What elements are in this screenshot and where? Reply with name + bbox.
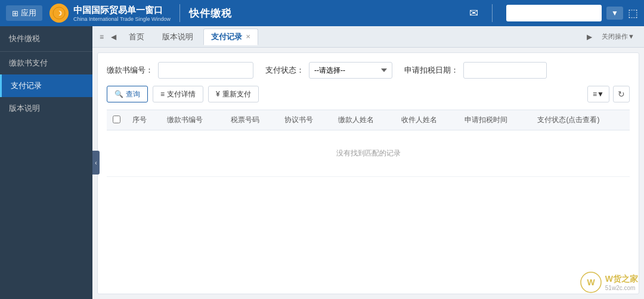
tab-records[interactable]: 支付记录 ✕ bbox=[203, 29, 258, 45]
repay-label: 重新支付 bbox=[222, 89, 251, 99]
logo-icon: ☽ bbox=[49, 4, 69, 23]
query-label: 查询 bbox=[126, 89, 140, 99]
repay-button[interactable]: ¥ 重新支付 bbox=[208, 86, 259, 102]
logout-icon[interactable]: ⬚ bbox=[628, 7, 638, 20]
detail-button[interactable]: ≡ 支付详情 bbox=[153, 86, 203, 102]
mail-icon[interactable]: ✉ bbox=[469, 7, 478, 20]
main-layout: 快件缴税 缴款书支付 支付记录 版本说明 ‹ ≡ ◀ 首页 版本说明 bbox=[0, 26, 644, 299]
refresh-button[interactable]: ↻ bbox=[613, 86, 630, 102]
table-header-row: 序号 缴款书编号 税票号码 协议书号 缴款人姓名 收件人姓名 申请扣税时间 支付… bbox=[107, 110, 630, 130]
sidebar-item-version[interactable]: 版本说明 bbox=[0, 97, 92, 120]
col-checkbox bbox=[107, 110, 126, 130]
tab-menu-button[interactable]: ≡ bbox=[97, 32, 106, 42]
action-buttons-left: 🔍 查询 ≡ 支付详情 ¥ 重新支付 bbox=[107, 86, 259, 102]
header-right: ✉ ▼ ⬚ bbox=[469, 4, 638, 22]
col-protocol-no: 协议书号 bbox=[278, 110, 332, 130]
table-empty-row: 没有找到匹配的记录 bbox=[107, 130, 630, 177]
col-apply-tax-time: 申请扣税时间 bbox=[459, 110, 531, 130]
user-dropdown-button[interactable]: ▼ bbox=[606, 7, 623, 20]
list-view-button[interactable]: ≡▼ bbox=[587, 86, 609, 102]
header: ⊞ 应用 ☽ 中国国际贸易单一窗口 China International Tr… bbox=[0, 0, 644, 26]
filter-row: 缴款书编号： 支付状态： --请选择-- 申请扣税日期： 2023-10 bbox=[107, 62, 630, 79]
detail-label: 支付详情 bbox=[167, 89, 196, 99]
logo-title-cn: 中国国际贸易单一窗口 bbox=[73, 5, 171, 16]
data-table: 序号 缴款书编号 税票号码 协议书号 缴款人姓名 收件人姓名 申请扣税时间 支付… bbox=[107, 110, 630, 177]
logo-title-en: China International Trade Single Window bbox=[73, 16, 171, 22]
sidebar-item-records[interactable]: 支付记录 bbox=[0, 74, 92, 97]
action-buttons-right: ≡▼ ↻ bbox=[587, 86, 630, 102]
sidebar-title: 快件缴税 bbox=[0, 26, 92, 52]
watermark-sub-text: 51w2c.com bbox=[605, 285, 638, 291]
tab-bar-right: ▶ 关闭操作▼ bbox=[584, 30, 639, 43]
content-area: ≡ ◀ 首页 版本说明 支付记录 ✕ ▶ 关闭操作▼ bbox=[92, 26, 644, 299]
detail-icon: ≡ bbox=[160, 90, 165, 98]
tab-prev-button[interactable]: ◀ bbox=[109, 32, 119, 42]
payment-status-filter: 支付状态： --请选择-- bbox=[265, 62, 392, 79]
payment-status-label: 支付状态： bbox=[265, 65, 304, 76]
tab-version-label: 版本说明 bbox=[162, 32, 193, 42]
tab-close-operations-button[interactable]: 关闭操作▼ bbox=[597, 30, 639, 43]
tab-home-label: 首页 bbox=[129, 32, 144, 42]
watermark-main-text: W货之家 bbox=[605, 274, 638, 285]
sidebar-item-version-label: 版本说明 bbox=[9, 103, 40, 114]
payment-status-select[interactable]: --请选择-- bbox=[309, 62, 392, 79]
empty-message: 没有找到匹配的记录 bbox=[107, 130, 630, 177]
sidebar-item-records-label: 支付记录 bbox=[11, 80, 42, 91]
watermark-logo-icon: W bbox=[580, 272, 602, 293]
svg-text:☽: ☽ bbox=[57, 10, 62, 17]
search-input[interactable] bbox=[506, 5, 602, 21]
tab-home[interactable]: 首页 bbox=[121, 29, 152, 45]
apps-button[interactable]: ⊞ 应用 bbox=[6, 5, 42, 21]
book-number-label: 缴款书编号： bbox=[107, 65, 153, 76]
watermark-text-area: W货之家 51w2c.com bbox=[605, 274, 638, 291]
tab-next-button[interactable]: ▶ bbox=[584, 32, 595, 42]
query-button[interactable]: 🔍 查询 bbox=[107, 86, 148, 102]
sidebar: 快件缴税 缴款书支付 支付记录 版本说明 ‹ bbox=[0, 26, 92, 299]
col-payer-name: 缴款人姓名 bbox=[332, 110, 395, 130]
col-pay-status: 支付状态(点击查看) bbox=[531, 110, 630, 130]
tab-bar: ≡ ◀ 首页 版本说明 支付记录 ✕ ▶ 关闭操作▼ bbox=[92, 26, 644, 48]
list-view-label: ≡▼ bbox=[593, 90, 604, 98]
tab-records-label: 支付记录 bbox=[211, 32, 242, 42]
apply-tax-date-input[interactable]: 2023-10 bbox=[463, 62, 547, 79]
logo-area: ☽ 中国国际贸易单一窗口 China International Trade S… bbox=[49, 4, 171, 23]
tab-bar-left: ≡ ◀ 首页 版本说明 支付记录 ✕ bbox=[97, 29, 258, 45]
sidebar-item-payment-label: 缴款书支付 bbox=[9, 58, 48, 68]
header-subtitle: 快件缴税 bbox=[189, 7, 232, 20]
tab-records-close-button[interactable]: ✕ bbox=[246, 33, 250, 40]
select-all-checkbox[interactable] bbox=[113, 116, 120, 123]
action-row: 🔍 查询 ≡ 支付详情 ¥ 重新支付 ≡▼ bbox=[107, 86, 630, 102]
tab-close-operations-label: 关闭操作▼ bbox=[602, 32, 634, 41]
header-divider bbox=[179, 4, 180, 22]
col-tax-code: 税票号码 bbox=[225, 110, 278, 130]
tab-version[interactable]: 版本说明 bbox=[154, 29, 201, 45]
apps-label: 应用 bbox=[21, 8, 36, 18]
watermark: W W货之家 51w2c.com bbox=[580, 272, 638, 293]
book-number-input[interactable] bbox=[158, 62, 253, 79]
header-right-divider bbox=[492, 4, 493, 22]
grid-icon: ⊞ bbox=[12, 9, 18, 18]
logo-text: 中国国际贸易单一窗口 China International Trade Sin… bbox=[73, 5, 171, 22]
sidebar-item-payment[interactable]: 缴款书支付 bbox=[0, 52, 92, 74]
refresh-icon: ↻ bbox=[618, 89, 625, 99]
col-book-no: 缴款书编号 bbox=[161, 110, 224, 130]
svg-text:W: W bbox=[587, 278, 595, 287]
book-number-filter: 缴款书编号： bbox=[107, 62, 253, 79]
apply-tax-date-filter: 申请扣税日期： 2023-10 bbox=[404, 62, 547, 79]
col-seq: 序号 bbox=[126, 110, 161, 130]
search-icon: 🔍 bbox=[114, 90, 123, 98]
sidebar-collapse-button[interactable]: ‹ bbox=[92, 151, 100, 175]
col-recipient-name: 收件人姓名 bbox=[395, 110, 459, 130]
page-content: 缴款书编号： 支付状态： --请选择-- 申请扣税日期： 2023-10 bbox=[97, 52, 639, 294]
repay-icon: ¥ bbox=[216, 90, 220, 98]
apply-tax-date-label: 申请扣税日期： bbox=[404, 65, 459, 76]
